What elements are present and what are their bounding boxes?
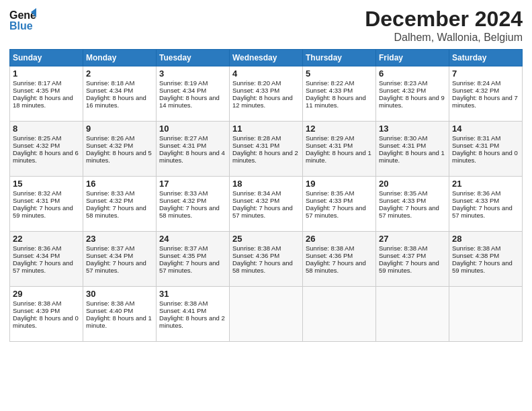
- day-info: Sunrise: 8:25 AM: [13, 134, 80, 142]
- day-number: 14: [452, 124, 519, 134]
- day-info: Sunset: 4:33 PM: [379, 197, 446, 204]
- calendar-cell: 24Sunrise: 8:37 AMSunset: 4:35 PMDayligh…: [157, 232, 230, 287]
- day-number: 9: [86, 124, 153, 134]
- day-info: Sunrise: 8:36 AM: [13, 244, 80, 252]
- calendar-cell: 8Sunrise: 8:25 AMSunset: 4:32 PMDaylight…: [10, 122, 83, 177]
- day-info: Daylight: 7 hours and 58 minutes.: [86, 204, 153, 219]
- day-info: Sunset: 4:36 PM: [306, 252, 373, 259]
- page-container: General Blue December 2024 Dalhem, Wallo…: [0, 0, 532, 349]
- day-info: Daylight: 8 hours and 1 minute.: [379, 149, 446, 164]
- day-info: Sunrise: 8:17 AM: [13, 79, 80, 87]
- day-number: 19: [306, 179, 373, 189]
- calendar-cell: [303, 287, 376, 342]
- day-info: Sunset: 4:33 PM: [232, 87, 300, 94]
- day-info: Sunrise: 8:24 AM: [452, 79, 519, 87]
- day-number: 30: [86, 289, 153, 299]
- day-number: 7: [452, 68, 519, 79]
- day-info: Sunrise: 8:35 AM: [306, 189, 373, 197]
- calendar-cell: 10Sunrise: 8:27 AMSunset: 4:31 PMDayligh…: [157, 122, 230, 177]
- month-title: December 2024: [365, 7, 523, 32]
- day-info: Daylight: 8 hours and 0 minutes.: [452, 149, 519, 164]
- calendar-cell: 25Sunrise: 8:38 AMSunset: 4:36 PMDayligh…: [230, 232, 303, 287]
- day-info: Sunset: 4:32 PM: [232, 197, 300, 204]
- day-info: Sunrise: 8:20 AM: [232, 79, 300, 87]
- day-info: Sunrise: 8:26 AM: [86, 134, 153, 142]
- day-info: Sunset: 4:31 PM: [159, 142, 226, 149]
- day-info: Sunset: 4:37 PM: [379, 252, 446, 259]
- day-info: Daylight: 8 hours and 14 minutes.: [159, 94, 226, 109]
- day-info: Daylight: 8 hours and 1 minute.: [306, 149, 373, 164]
- day-info: Daylight: 8 hours and 1 minute.: [86, 314, 153, 329]
- day-info: Sunrise: 8:38 AM: [232, 244, 300, 252]
- calendar-cell: 27Sunrise: 8:38 AMSunset: 4:37 PMDayligh…: [376, 232, 449, 287]
- calendar-cell: 3Sunrise: 8:19 AMSunset: 4:34 PMDaylight…: [157, 66, 230, 122]
- day-info: Sunset: 4:31 PM: [452, 142, 519, 149]
- day-info: Daylight: 7 hours and 59 minutes.: [379, 259, 446, 274]
- calendar-cell: 19Sunrise: 8:35 AMSunset: 4:33 PMDayligh…: [303, 177, 376, 232]
- day-info: Sunrise: 8:31 AM: [452, 134, 519, 142]
- day-info: Sunrise: 8:27 AM: [159, 134, 226, 142]
- calendar-cell: 28Sunrise: 8:38 AMSunset: 4:38 PMDayligh…: [449, 232, 523, 287]
- calendar-table: SundayMondayTuesdayWednesdayThursdayFrid…: [9, 49, 523, 342]
- day-info: Daylight: 8 hours and 5 minutes.: [86, 149, 153, 164]
- day-number: 5: [306, 68, 373, 79]
- calendar-cell: 2Sunrise: 8:18 AMSunset: 4:34 PMDaylight…: [83, 66, 157, 122]
- day-info: Sunrise: 8:19 AM: [159, 79, 226, 87]
- day-info: Daylight: 7 hours and 59 minutes.: [452, 259, 519, 274]
- calendar-cell: [449, 287, 523, 342]
- day-info: Sunrise: 8:37 AM: [86, 244, 153, 252]
- day-info: Sunrise: 8:29 AM: [306, 134, 373, 142]
- calendar-cell: 11Sunrise: 8:28 AMSunset: 4:31 PMDayligh…: [230, 122, 303, 177]
- day-info: Sunset: 4:35 PM: [13, 87, 80, 94]
- day-info: Sunset: 4:35 PM: [159, 252, 226, 259]
- calendar-cell: 4Sunrise: 8:20 AMSunset: 4:33 PMDaylight…: [230, 66, 303, 122]
- day-info: Daylight: 8 hours and 7 minutes.: [452, 94, 519, 109]
- day-info: Daylight: 7 hours and 57 minutes.: [13, 259, 80, 274]
- day-number: 4: [232, 68, 300, 79]
- day-number: 23: [86, 234, 153, 244]
- day-info: Sunrise: 8:36 AM: [452, 189, 519, 197]
- day-info: Daylight: 7 hours and 57 minutes.: [86, 259, 153, 274]
- day-header-monday: Monday: [83, 50, 157, 66]
- day-number: 26: [306, 234, 373, 244]
- day-info: Sunset: 4:31 PM: [379, 142, 446, 149]
- day-info: Daylight: 8 hours and 4 minutes.: [159, 149, 226, 164]
- header: General Blue December 2024 Dalhem, Wallo…: [9, 7, 523, 44]
- day-info: Sunrise: 8:35 AM: [379, 189, 446, 197]
- day-info: Sunset: 4:33 PM: [452, 197, 519, 204]
- day-info: Daylight: 8 hours and 11 minutes.: [306, 94, 373, 109]
- calendar-cell: 5Sunrise: 8:22 AMSunset: 4:33 PMDaylight…: [303, 66, 376, 122]
- day-number: 24: [159, 234, 226, 244]
- day-info: Daylight: 7 hours and 58 minutes.: [159, 204, 226, 219]
- day-info: Sunset: 4:31 PM: [13, 197, 80, 204]
- day-info: Daylight: 7 hours and 57 minutes.: [452, 204, 519, 219]
- calendar-cell: 6Sunrise: 8:23 AMSunset: 4:32 PMDaylight…: [376, 66, 449, 122]
- day-number: 25: [232, 234, 300, 244]
- logo: General Blue: [9, 7, 36, 38]
- day-info: Sunset: 4:32 PM: [86, 197, 153, 204]
- day-info: Daylight: 8 hours and 0 minutes.: [13, 314, 80, 329]
- day-info: Sunrise: 8:38 AM: [452, 244, 519, 252]
- calendar-cell: 14Sunrise: 8:31 AMSunset: 4:31 PMDayligh…: [449, 122, 523, 177]
- day-info: Sunrise: 8:33 AM: [86, 189, 153, 197]
- day-number: 13: [379, 124, 446, 134]
- calendar-cell: [376, 287, 449, 342]
- day-info: Sunset: 4:32 PM: [159, 197, 226, 204]
- day-info: Sunrise: 8:38 AM: [159, 300, 226, 307]
- day-header-saturday: Saturday: [449, 50, 523, 66]
- day-info: Daylight: 7 hours and 58 minutes.: [232, 259, 300, 274]
- day-info: Sunrise: 8:22 AM: [306, 79, 373, 87]
- day-info: Sunrise: 8:38 AM: [86, 300, 153, 307]
- day-info: Sunrise: 8:38 AM: [379, 244, 446, 252]
- calendar-cell: [230, 287, 303, 342]
- day-info: Daylight: 8 hours and 2 minutes.: [232, 149, 300, 164]
- calendar-cell: 17Sunrise: 8:33 AMSunset: 4:32 PMDayligh…: [157, 177, 230, 232]
- day-number: 10: [159, 124, 226, 134]
- day-number: 11: [232, 124, 300, 134]
- day-info: Daylight: 8 hours and 16 minutes.: [86, 94, 153, 109]
- day-number: 31: [159, 289, 226, 299]
- day-info: Daylight: 7 hours and 59 minutes.: [13, 204, 80, 219]
- day-info: Sunset: 4:32 PM: [86, 142, 153, 149]
- day-info: Daylight: 7 hours and 57 minutes.: [306, 204, 373, 219]
- day-info: Daylight: 8 hours and 2 minutes.: [159, 314, 226, 329]
